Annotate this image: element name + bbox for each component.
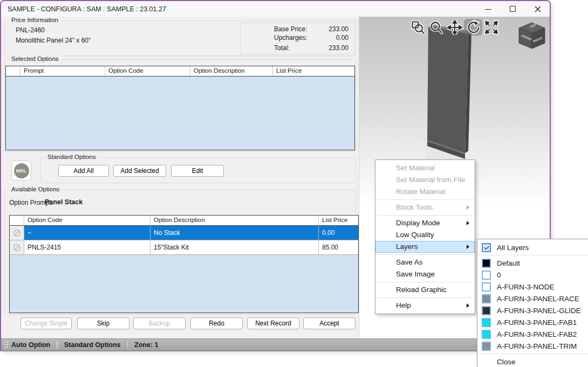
menu-separator: [377, 215, 474, 216]
layers-item-panel-trim[interactable]: A-FURN-3-PANEL-TRIM: [477, 340, 588, 352]
maximize-icon: [510, 6, 516, 12]
column-header-option-code[interactable]: Option Code: [24, 216, 151, 225]
title-bar: SAMPLE - CONFIGURA : SAM : SAMPLE : 23.0…: [1, 1, 550, 17]
layers-item-default[interactable]: Default: [477, 257, 588, 269]
mrl-logo-button[interactable]: MRL: [11, 161, 31, 181]
layers-item-panel-fab2[interactable]: A-FURN-3-PANEL-FAB2: [477, 328, 588, 340]
status-standard-options: Standard Options: [64, 341, 121, 349]
submenu-arrow-icon: [467, 303, 469, 308]
cell-list-price[interactable]: 0.00: [319, 226, 358, 240]
fit-view-icon[interactable]: [484, 20, 499, 35]
close-button[interactable]: [529, 1, 547, 17]
menu-item-set-material[interactable]: Set Material: [375, 162, 475, 174]
total-value: 233.00: [329, 44, 348, 52]
cell-option-description[interactable]: No Stack: [151, 226, 319, 240]
column-header-option-code[interactable]: Option Code: [105, 66, 190, 76]
base-price-value: 233.00: [329, 25, 348, 33]
cell-option-description[interactable]: 15"Stack Kit: [151, 240, 319, 254]
table-row-stack-kit[interactable]: PNLS-2415 15"Stack Kit 85.00: [10, 240, 358, 255]
cell-option-code[interactable]: PNLS-2415: [24, 240, 151, 254]
layers-item-panel-fab1[interactable]: A-FURN-3-PANEL-FAB1: [477, 316, 588, 328]
menu-item-save-image[interactable]: Save Image: [375, 268, 475, 280]
standard-options-group: Standard Options Add All Add Selected Ed…: [40, 157, 356, 183]
upcharges-value: 0.00: [336, 34, 348, 41]
part-description: Monolithic Panel 24" x 60": [16, 37, 91, 44]
layer-color-swatch: [482, 342, 491, 351]
maximize-button[interactable]: [504, 1, 522, 17]
no-image-icon: [10, 226, 24, 240]
price-information-label: Price Information: [9, 17, 60, 23]
viewport-toolbar: [411, 20, 499, 35]
menu-separator: [377, 199, 474, 200]
icon-column-header: [10, 216, 24, 225]
selected-options-table[interactable]: Prompt Option Code Option Description Li…: [5, 66, 355, 150]
menu-item-set-material-from-file[interactable]: Set Material from File: [375, 174, 475, 186]
change-single-button[interactable]: Change Single: [20, 317, 72, 329]
column-header-list-price[interactable]: List Price: [319, 216, 358, 225]
orientation-cube[interactable]: TOP FRONT RIGHT: [518, 22, 546, 52]
available-options-group: Available Options Option Prompt: Panel S…: [4, 190, 356, 315]
menu-item-display-mode[interactable]: Display Mode: [375, 217, 475, 229]
column-header-option-description[interactable]: Option Description: [190, 66, 273, 76]
zoom-window-icon[interactable]: [411, 20, 426, 35]
viewport-context-menu: Set Material Set Material from File Rota…: [375, 160, 475, 314]
option-prompt-value: Panel Stack: [45, 198, 83, 206]
menu-separator: [478, 255, 588, 255]
status-separator: [127, 341, 128, 349]
column-header-option-description[interactable]: Option Description: [151, 216, 319, 225]
layers-item-close[interactable]: Close: [477, 356, 588, 367]
column-header-list-price[interactable]: List Price: [273, 66, 354, 76]
table-row-no-stack[interactable]: ~ No Stack 0.00: [10, 226, 358, 240]
statusbar-grip-icon[interactable]: [4, 341, 8, 349]
base-price-label: Base Price:: [274, 25, 307, 33]
rotate-icon[interactable]: [466, 20, 481, 35]
menu-item-reload-graphic[interactable]: Reload Graphic: [375, 284, 475, 296]
submenu-arrow-icon: [467, 245, 469, 249]
add-all-button[interactable]: Add All: [58, 165, 109, 177]
cell-option-code[interactable]: ~: [24, 226, 151, 240]
menu-item-save-as[interactable]: Save As: [375, 257, 475, 268]
status-separator: [57, 341, 58, 349]
column-header-prompt[interactable]: Prompt: [20, 66, 105, 76]
status-auto-option: Auto Option: [11, 341, 50, 349]
next-record-button[interactable]: Next Record: [247, 317, 299, 329]
total-label: Total:: [274, 44, 290, 52]
pan-icon[interactable]: [447, 20, 462, 35]
selected-options-label: Selected Options: [9, 56, 61, 62]
redo-button[interactable]: Redo: [190, 317, 243, 329]
selected-options-header: Prompt Option Code Option Description Li…: [6, 66, 354, 77]
zoom-icon[interactable]: [429, 20, 444, 35]
price-information-group: Price Information PNL-2460 Monolithic Pa…: [4, 20, 356, 56]
layers-item-node[interactable]: A-FURN-3-NODE: [477, 281, 588, 293]
close-icon: [535, 6, 541, 12]
minimize-button[interactable]: [479, 1, 497, 17]
available-options-header: Option Code Option Description List Pric…: [10, 216, 358, 226]
status-zone: Zone: 1: [134, 341, 158, 349]
menu-item-help[interactable]: Help: [375, 300, 475, 311]
layers-item-panel-glide[interactable]: A-FURN-3-PANEL-GLIDE: [477, 304, 588, 316]
layers-item-all-layers[interactable]: All Layers: [477, 241, 588, 253]
backup-button[interactable]: Backup: [133, 317, 186, 329]
menu-item-block-tools[interactable]: Block Tools: [375, 202, 475, 213]
edit-button[interactable]: Edit: [171, 165, 224, 177]
available-options-label: Available Options: [9, 186, 61, 192]
layers-item-0[interactable]: 0: [477, 269, 588, 281]
layers-item-panel-race[interactable]: A-FURN-3-PANEL-RACE: [477, 293, 588, 304]
add-selected-button[interactable]: Add Selected: [113, 165, 166, 177]
menu-item-rotate-material[interactable]: Rotate Material: [375, 186, 475, 198]
accept-button[interactable]: Accept: [303, 317, 355, 329]
skip-button[interactable]: Skip: [77, 317, 129, 329]
price-summary-box: Base Price: 233.00 Upcharges: 0.00 Total…: [240, 23, 354, 54]
icon-column-header: [6, 66, 20, 76]
available-options-table[interactable]: Option Code Option Description List Pric…: [9, 215, 359, 313]
upcharges-label: Upcharges:: [274, 34, 307, 41]
minimize-icon: [485, 9, 491, 10]
part-number: PNL-2460: [16, 26, 45, 34]
submenu-arrow-icon: [467, 205, 469, 210]
checkmark-icon: [482, 243, 491, 252]
layers-submenu: All Layers Default 0 A-FURN-3-NODE A-FUR…: [477, 239, 588, 367]
menu-item-low-quality[interactable]: Low Quality: [375, 229, 475, 241]
menu-item-layers[interactable]: Layers: [375, 241, 475, 253]
layer-color-swatch: [482, 330, 491, 339]
cell-list-price[interactable]: 85.00: [319, 240, 358, 254]
